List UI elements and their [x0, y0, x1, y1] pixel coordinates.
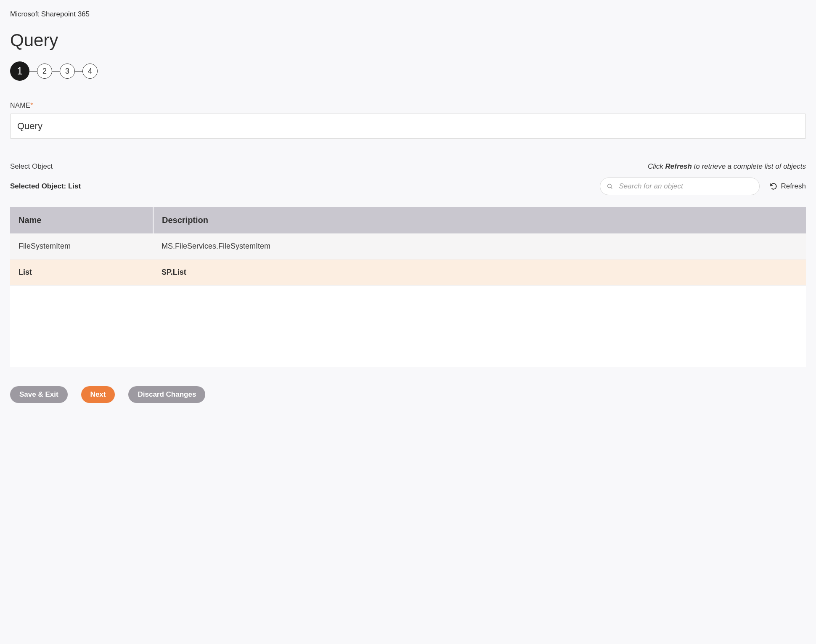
hint-bold: Refresh [665, 162, 692, 170]
page-title: Query [10, 30, 806, 50]
search-icon [607, 183, 613, 190]
refresh-icon [770, 183, 777, 190]
footer: Save & Exit Next Discard Changes [10, 386, 806, 403]
refresh-hint: Click Refresh to retrieve a complete lis… [648, 162, 806, 171]
name-input[interactable] [10, 114, 806, 139]
breadcrumb[interactable]: Microsoft Sharepoint 365 [10, 10, 90, 19]
cell-description: MS.FileServices.FileSystemItem [153, 233, 806, 260]
svg-point-0 [608, 184, 612, 188]
step-connector [75, 71, 82, 72]
name-label: NAME* [10, 102, 806, 109]
step-connector [29, 71, 37, 72]
name-label-text: NAME [10, 102, 30, 109]
step-2[interactable]: 2 [37, 64, 52, 79]
refresh-label: Refresh [781, 182, 806, 191]
save-exit-button[interactable]: Save & Exit [10, 386, 68, 403]
step-1[interactable]: 1 [10, 61, 29, 81]
hint-prefix: Click [648, 162, 665, 170]
step-3[interactable]: 3 [60, 64, 75, 79]
step-connector [52, 71, 60, 72]
cell-description: SP.List [153, 260, 806, 286]
hint-suffix: to retrieve a complete list of objects [692, 162, 806, 170]
discard-changes-button[interactable]: Discard Changes [128, 386, 205, 403]
search-input[interactable] [600, 178, 760, 195]
col-header-description[interactable]: Description [153, 207, 806, 233]
object-table: Name Description FileSystemItem MS.FileS… [10, 207, 806, 286]
required-indicator: * [30, 102, 33, 109]
selected-value: List [68, 182, 81, 190]
select-object-label: Select Object [10, 162, 53, 171]
col-header-name[interactable]: Name [10, 207, 153, 233]
object-table-wrap: Name Description FileSystemItem MS.FileS… [10, 207, 806, 367]
next-button[interactable]: Next [81, 386, 115, 403]
step-4[interactable]: 4 [82, 64, 98, 79]
table-row[interactable]: FileSystemItem MS.FileServices.FileSyste… [10, 233, 806, 260]
refresh-button[interactable]: Refresh [770, 182, 806, 191]
selected-object-label: Selected Object: List [10, 182, 81, 191]
table-row[interactable]: List SP.List [10, 260, 806, 286]
svg-line-1 [611, 187, 612, 188]
cell-name: List [10, 260, 153, 286]
search-wrap [600, 178, 760, 195]
cell-name: FileSystemItem [10, 233, 153, 260]
stepper: 1 2 3 4 [10, 61, 806, 81]
selected-prefix: Selected Object: [10, 182, 68, 190]
